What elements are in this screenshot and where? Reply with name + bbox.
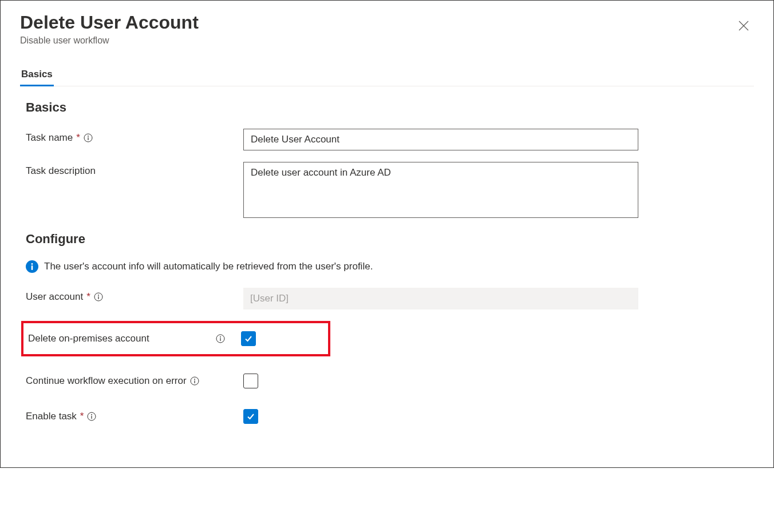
svg-point-15 xyxy=(194,379,195,380)
page-subtitle: Disable user workflow xyxy=(20,35,754,46)
enable-task-label-col: Enable task * xyxy=(26,411,243,422)
info-circle-icon xyxy=(26,260,38,273)
info-message: The user's account info will automatical… xyxy=(26,260,754,273)
user-account-control: [User ID] xyxy=(243,288,638,309)
delete-onprem-label-col: Delete on-premises account xyxy=(28,333,241,344)
enable-task-row: Enable task * xyxy=(20,409,754,424)
close-icon xyxy=(739,21,749,31)
tab-basics[interactable]: Basics xyxy=(20,64,54,86)
svg-point-12 xyxy=(220,336,221,338)
delete-onprem-row: Delete on-premises account xyxy=(28,331,328,346)
svg-rect-7 xyxy=(31,265,33,270)
task-description-input[interactable]: Delete user account in Azure AD xyxy=(243,162,638,218)
task-name-label: Task name xyxy=(26,132,73,144)
task-name-input[interactable] xyxy=(243,129,638,150)
info-message-text: The user's account info will automatical… xyxy=(44,261,373,272)
task-description-row: Task description Delete user account in … xyxy=(20,162,754,220)
info-icon[interactable] xyxy=(190,376,199,386)
task-name-row: Task name * xyxy=(20,129,754,150)
required-asterisk: * xyxy=(80,411,84,422)
enable-task-label: Enable task xyxy=(26,411,77,422)
user-account-row: User account * [User ID] xyxy=(20,288,754,309)
checkmark-icon xyxy=(246,412,255,421)
tabs: Basics xyxy=(20,64,754,86)
task-name-label-col: Task name * xyxy=(26,129,243,144)
svg-point-9 xyxy=(98,295,99,296)
task-description-label-col: Task description xyxy=(26,162,243,177)
basics-section-heading: Basics xyxy=(26,100,754,115)
task-name-control xyxy=(243,129,638,150)
info-icon[interactable] xyxy=(87,412,96,421)
page-title: Delete User Account xyxy=(20,12,754,33)
info-icon[interactable] xyxy=(84,133,93,142)
configure-section-heading: Configure xyxy=(26,232,754,247)
user-account-label-col: User account * xyxy=(26,288,243,303)
continue-on-error-row: Continue workflow execution on error xyxy=(20,374,754,388)
enable-task-checkbox[interactable] xyxy=(243,409,258,424)
required-asterisk: * xyxy=(76,132,80,144)
task-description-label: Task description xyxy=(26,165,96,177)
continue-on-error-checkbox[interactable] xyxy=(243,374,258,388)
highlight-box: Delete on-premises account xyxy=(21,321,330,356)
close-button[interactable] xyxy=(737,19,751,33)
svg-point-18 xyxy=(92,414,93,415)
info-icon[interactable] xyxy=(216,334,225,343)
task-description-control: Delete user account in Azure AD xyxy=(243,162,638,220)
checkmark-icon xyxy=(244,334,253,343)
continue-on-error-label: Continue workflow execution on error xyxy=(26,375,187,387)
svg-point-3 xyxy=(88,136,89,137)
info-icon[interactable] xyxy=(94,292,103,301)
delete-onprem-checkbox[interactable] xyxy=(241,331,256,346)
delete-user-account-panel: Delete User Account Disable user workflo… xyxy=(1,1,773,467)
delete-onprem-label: Delete on-premises account xyxy=(28,333,149,344)
required-asterisk: * xyxy=(86,291,90,303)
continue-on-error-label-col: Continue workflow execution on error xyxy=(26,375,243,387)
svg-point-6 xyxy=(31,263,33,265)
user-account-label: User account xyxy=(26,291,83,303)
user-account-field: [User ID] xyxy=(243,288,638,309)
